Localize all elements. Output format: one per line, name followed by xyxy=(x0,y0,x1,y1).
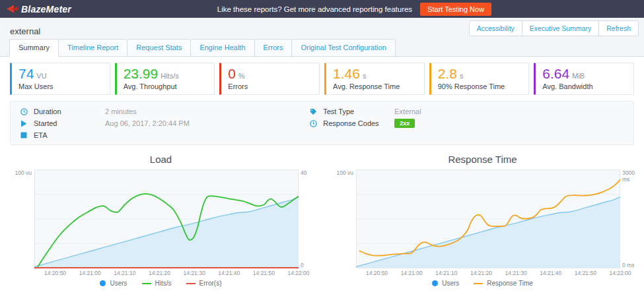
kpi-card-90-response-time: 2.8s 90% Response Time xyxy=(429,63,530,95)
legend-dot-marker xyxy=(432,280,438,286)
legend-item-error-s-[interactable]: Error(s) xyxy=(186,280,222,287)
kpi-label: Avg. Response Time xyxy=(333,82,417,90)
x-tick-label: 14:21:40 xyxy=(218,270,240,276)
y-axis-label-right-top: 3000 ms xyxy=(622,169,643,183)
y-axis-label-right-bottom: 0 xyxy=(301,262,322,268)
kpi-value: 23.99 xyxy=(124,66,159,81)
report-title: external xyxy=(10,26,40,36)
x-tick-label: 14:21:50 xyxy=(575,270,596,276)
kpi-unit: s xyxy=(460,72,464,80)
tab-original-test-configuration[interactable]: Original Test Configuration xyxy=(291,39,395,57)
report-actions: Accessibility Executive Summary Refresh xyxy=(470,20,639,36)
refresh-button[interactable]: Refresh xyxy=(598,20,639,36)
kpi-value: 74 xyxy=(18,66,34,81)
test-details-panel: Duration 2 minutes Started Aug 06, 2017,… xyxy=(10,101,634,145)
kpi-card-avg-response-time: 1.46s Avg. Response Time xyxy=(324,63,425,95)
x-tick-label: 14:21:50 xyxy=(253,270,275,276)
kpi-card-max-users: 74VU Max Users xyxy=(10,63,110,95)
load-plot[interactable] xyxy=(34,169,299,268)
kpi-unit: Hits/s xyxy=(161,72,179,80)
kpi-label: Avg. Bandwidth xyxy=(542,82,627,90)
report-tabs: Summary Timeline Report Request Stats En… xyxy=(10,39,396,57)
detail-row-eta: ETA xyxy=(20,130,310,140)
y-axis-label-right-bottom: 0 ms xyxy=(622,262,643,268)
kpi-card-errors: 0% Errors xyxy=(219,63,320,95)
history-icon xyxy=(310,120,318,127)
report-subbar: external Accessibility Executive Summary… xyxy=(0,18,644,57)
executive-summary-button[interactable]: Executive Summary xyxy=(522,20,599,36)
accessibility-button[interactable]: Accessibility xyxy=(469,20,522,36)
chart-title: Load xyxy=(0,154,322,165)
detail-value: 2 minutes xyxy=(105,108,137,115)
summary-panel: 74VU Max Users 23.99Hits/s Avg. Throughp… xyxy=(0,57,644,308)
legend-label: Response Time xyxy=(487,280,532,287)
detail-row-started: Started Aug 06, 2017, 2:20:44 PM xyxy=(20,118,310,129)
detail-row-response-codes: Response Codes 2xx xyxy=(310,118,421,129)
response-time-chart: Response Time 100 vu 3000 ms 0 ms 14:20:… xyxy=(322,154,643,287)
tab-errors[interactable]: Errors xyxy=(254,39,293,57)
response-time-plot[interactable] xyxy=(356,169,620,268)
response-time-legend: UsersResponse Time xyxy=(322,280,643,287)
legend-dot-marker xyxy=(100,280,106,286)
y-axis-label-left: 100 vu xyxy=(0,169,34,268)
tab-request-stats[interactable]: Request Stats xyxy=(127,39,191,57)
x-axis-ticks: 14:20:5014:21:0014:21:1014:21:2014:21:30… xyxy=(356,268,620,276)
x-tick-label: 14:21:40 xyxy=(540,270,561,276)
x-tick-label: 14:21:20 xyxy=(470,270,492,276)
kpi-value: 0 xyxy=(228,66,236,81)
tab-timeline-report[interactable]: Timeline Report xyxy=(58,39,127,57)
legend-item-hits-s[interactable]: Hits/s xyxy=(142,280,172,287)
kpi-label: 90% Response Time xyxy=(438,82,522,90)
load-chart: Load 100 vu 40 0 14:20:5014:21:0014:21:1… xyxy=(0,154,322,287)
detail-label: Test Type xyxy=(323,108,394,115)
x-tick-label: 14:20:50 xyxy=(44,270,66,276)
response-code-badge[interactable]: 2xx xyxy=(394,119,415,128)
kpi-unit: MiB xyxy=(572,72,585,80)
square-icon xyxy=(20,132,28,139)
legend-item-users[interactable]: Users xyxy=(100,280,127,287)
tag-icon xyxy=(310,108,318,115)
x-tick-label: 14:21:30 xyxy=(505,270,527,276)
tab-summary[interactable]: Summary xyxy=(9,39,59,57)
x-tick-label: 14:21:20 xyxy=(149,270,170,276)
app-header: BlazeMeter Like these reports? Get more … xyxy=(0,0,644,18)
detail-value: External xyxy=(394,108,421,115)
detail-value: Aug 06, 2017, 2:20:44 PM xyxy=(105,119,190,127)
kpi-value: 6.64 xyxy=(542,66,569,81)
detail-label: Response Codes xyxy=(323,119,394,127)
legend-item-response-time[interactable]: Response Time xyxy=(474,280,532,287)
kpi-row: 74VU Max Users 23.99Hits/s Avg. Throughp… xyxy=(0,57,644,95)
kpi-unit: % xyxy=(238,72,245,80)
legend-item-users[interactable]: Users xyxy=(432,280,459,287)
kpi-label: Avg. Throughput xyxy=(124,82,208,90)
start-testing-button[interactable]: Start Testing Now xyxy=(420,3,491,16)
charts-row: Load 100 vu 40 0 14:20:5014:21:0014:21:1… xyxy=(0,154,644,287)
kpi-card-avg-throughput: 23.99Hits/s Avg. Throughput xyxy=(115,63,215,95)
x-tick-label: 14:21:10 xyxy=(435,270,457,276)
legend-line-marker xyxy=(474,283,483,284)
x-axis-ticks: 14:20:5014:21:0014:21:1014:21:2014:21:30… xyxy=(34,268,299,276)
x-tick-label: 14:20:50 xyxy=(366,270,388,276)
detail-label: ETA xyxy=(34,131,105,139)
x-tick-label: 14:21:00 xyxy=(401,270,423,276)
kpi-label: Errors xyxy=(228,82,312,90)
legend-label: Users xyxy=(110,280,127,287)
detail-row-duration: Duration 2 minutes xyxy=(20,106,310,117)
kpi-label: Max Users xyxy=(18,82,103,90)
y-axis-label-right-top: 40 xyxy=(301,169,322,176)
x-tick-label: 14:21:00 xyxy=(79,270,101,276)
legend-label: Error(s) xyxy=(199,280,222,287)
tab-engine-health[interactable]: Engine Health xyxy=(190,39,254,57)
kpi-unit: s xyxy=(363,72,367,80)
kpi-card-avg-bandwidth: 6.64MiB Avg. Bandwidth xyxy=(534,63,634,95)
detail-label: Started xyxy=(34,119,105,127)
x-tick-label: 14:21:30 xyxy=(184,270,205,276)
x-tick-label: 14:22:00 xyxy=(287,270,309,276)
detail-row-test-type: Test Type External xyxy=(310,106,421,117)
blazemeter-logo[interactable]: BlazeMeter xyxy=(7,4,71,15)
kpi-value: 2.8 xyxy=(438,66,457,81)
legend-line-marker xyxy=(186,283,196,284)
kpi-unit: VU xyxy=(36,72,46,80)
legend-line-marker xyxy=(142,283,151,284)
blazemeter-flame-icon xyxy=(7,5,18,13)
